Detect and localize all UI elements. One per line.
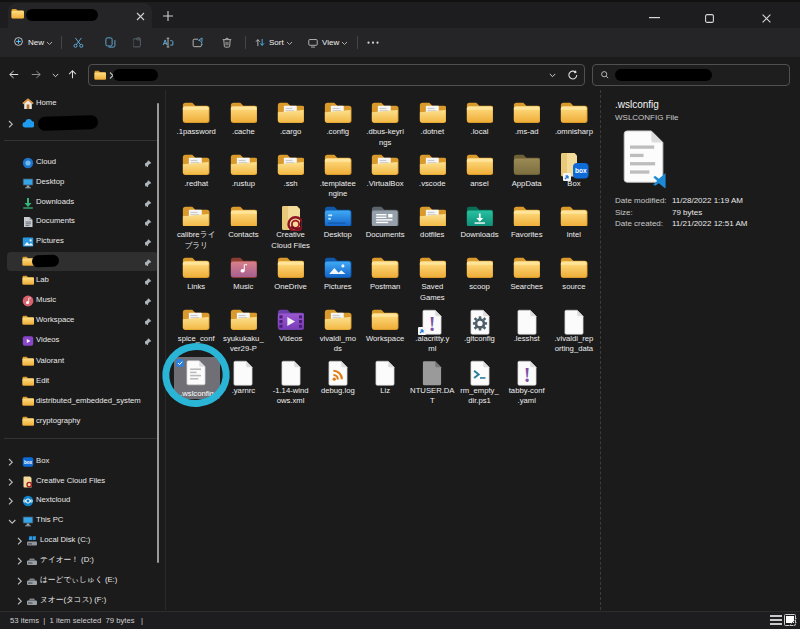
svg-text:box: box bbox=[24, 460, 33, 465]
